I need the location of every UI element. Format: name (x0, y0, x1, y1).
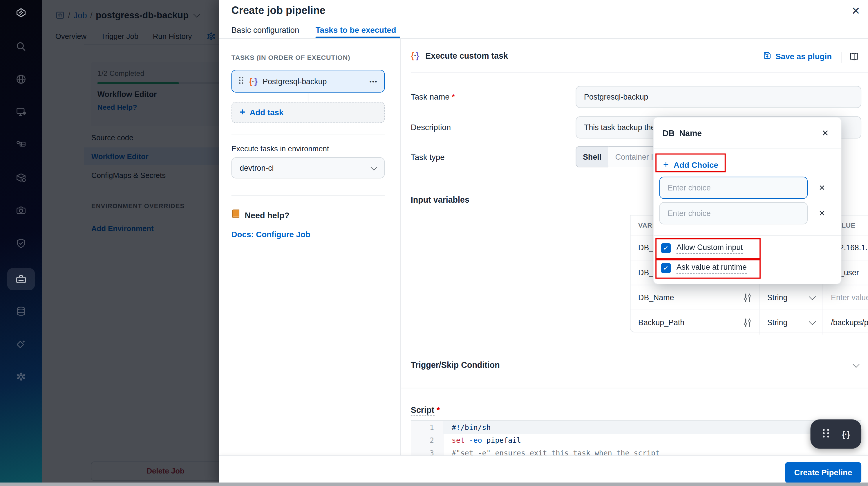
shield-check-icon[interactable] (15, 237, 27, 249)
allow-custom-checkbox[interactable]: ✓ (661, 243, 671, 253)
save-as-plugin-label: Save as plugin (775, 52, 832, 61)
value-placeholder: Enter value or variable (831, 293, 868, 302)
divider (400, 388, 868, 389)
ask-runtime-label: Ask value at runtime (677, 262, 747, 274)
input-variables-heading: Input variables (411, 195, 469, 204)
jobs-active-item[interactable] (7, 268, 35, 290)
search-icon[interactable] (15, 40, 27, 53)
book-icon (231, 209, 241, 221)
custom-task-braces-icon: {··} (249, 76, 257, 86)
choice-input-focused[interactable]: Enter choice (659, 177, 808, 199)
allow-custom-input-row[interactable]: ✓ Allow Custom input (661, 243, 743, 254)
horizontal-scrollbar[interactable] (0, 483, 868, 486)
divider (219, 38, 868, 39)
settings-gear-icon[interactable] (15, 371, 27, 383)
create-pipeline-button[interactable]: Create Pipeline (785, 462, 861, 483)
variable-name-cell[interactable]: Backup_Path (630, 310, 759, 335)
allow-custom-label: Allow Custom input (677, 243, 743, 254)
task-item-label: Postgresql-backup (262, 77, 327, 86)
divider (231, 195, 385, 196)
add-choice-button[interactable]: + Add Choice (663, 160, 718, 171)
choice-input[interactable]: Enter choice (659, 202, 808, 224)
detail-header: {··} Execute custom task (411, 51, 508, 60)
database-icon[interactable] (15, 305, 27, 317)
choice-placeholder: Enter choice (668, 183, 711, 193)
observability-camera-icon[interactable] (15, 204, 27, 217)
popup-close-icon[interactable]: ✕ (822, 128, 829, 139)
ask-runtime-checkbox[interactable]: ✓ (661, 263, 671, 273)
globe-icon[interactable] (15, 73, 27, 85)
collapse-chevron-icon[interactable] (852, 361, 860, 368)
env-label: Execute tasks in environment (231, 145, 329, 153)
tab-tasks-to-be-executed[interactable]: Tasks to be executed (316, 26, 396, 34)
line-number: 1 (415, 423, 434, 432)
save-plugin-icon (763, 51, 772, 62)
task-item-postgresql-backup[interactable]: {··} Postgresql-backup ••• (231, 70, 385, 92)
variable-format-icon[interactable] (744, 318, 751, 326)
task-menu-icon[interactable]: ••• (370, 78, 378, 84)
nav-rail (0, 0, 42, 486)
line-number: 2 (415, 436, 434, 445)
need-help-label: Need help? (245, 210, 289, 220)
docs-book-icon[interactable] (849, 51, 859, 64)
popup-title: DB_Name (662, 128, 702, 138)
type-select[interactable]: String (760, 285, 823, 310)
script-label: Script * (411, 405, 440, 414)
docs-configure-job-link[interactable]: Docs: Configure Job (231, 230, 310, 239)
modal-close-icon[interactable]: ✕ (851, 4, 860, 17)
required-asterisk: * (437, 405, 440, 414)
save-as-plugin-button[interactable]: Save as plugin (763, 51, 832, 62)
divider (654, 235, 841, 236)
value-select[interactable]: /backups/postgrsql ✕ (823, 310, 868, 335)
description-label: Description (411, 123, 451, 132)
task-name-label: Task name * (411, 93, 455, 102)
script-editor[interactable]: 1 2 3 #!/bin/sh set -eo pipefail #"set -… (411, 420, 861, 456)
remove-choice-icon[interactable]: ✕ (819, 184, 825, 192)
tasks-order-header: TASKS (IN ORDER OF EXECUTION) (231, 54, 350, 61)
drag-grid-icon[interactable] (822, 428, 830, 440)
chevron-down-icon (370, 163, 377, 170)
trigger-skip-heading: Trigger/Skip Condition (411, 360, 500, 369)
detail-header-label: Execute custom task (425, 51, 508, 60)
code-line-1: #!/bin/sh (452, 423, 491, 432)
task-type-shell-option[interactable]: Shell (576, 146, 608, 168)
description-value: This task backup the (584, 123, 655, 132)
check-icon: ✓ (663, 264, 669, 272)
package-cube-icon[interactable] (15, 172, 27, 184)
code-line-2: set -eo pipefail (452, 436, 521, 445)
plus-icon: + (240, 107, 245, 118)
choice-placeholder: Enter choice (668, 209, 711, 218)
chevron-down-icon (809, 318, 816, 325)
task-type-label: Task type (411, 153, 445, 162)
deployments-monitor-icon[interactable] (15, 106, 27, 118)
environment-select-value: devtron-ci (240, 164, 274, 172)
resource-stack-icon[interactable] (15, 139, 27, 151)
value-select[interactable]: Enter value or variable (823, 285, 868, 310)
drag-handle-icon[interactable] (239, 76, 243, 86)
variable-name-cell[interactable]: DB_Name (630, 285, 759, 310)
table-row: DB_Name String Enter value or variable ✕ (630, 285, 868, 310)
modal-footer: Create Pipeline (219, 456, 868, 484)
chevron-down-icon (809, 293, 816, 300)
modal-title: Create job pipeline (231, 4, 326, 17)
remove-choice-icon[interactable]: ✕ (819, 209, 825, 217)
required-asterisk: * (452, 93, 455, 102)
devtron-logo-icon[interactable] (15, 7, 27, 19)
releases-diamond-icon[interactable] (15, 338, 27, 350)
task-name-input[interactable]: Postgresql-backup (576, 86, 861, 108)
custom-task-braces-icon: {··} (411, 51, 418, 60)
braces-widget-icon[interactable]: {·} (842, 429, 849, 439)
editor-floating-toolbar: {·} (811, 419, 862, 449)
check-icon: ✓ (663, 244, 669, 252)
task-connector (308, 93, 308, 102)
ask-runtime-row[interactable]: ✓ Ask value at runtime (661, 262, 746, 274)
jobs-briefcase-icon (15, 273, 27, 285)
tab-basic-configuration[interactable]: Basic configuration (231, 26, 300, 34)
modal-backdrop (42, 0, 219, 486)
environment-select[interactable]: devtron-ci (231, 158, 385, 178)
add-task-label: Add task (249, 108, 283, 117)
variable-format-icon[interactable] (744, 293, 751, 302)
add-task-button[interactable]: + Add task (231, 102, 385, 123)
line-number: 3 (415, 449, 434, 456)
type-select[interactable]: String (760, 310, 823, 335)
